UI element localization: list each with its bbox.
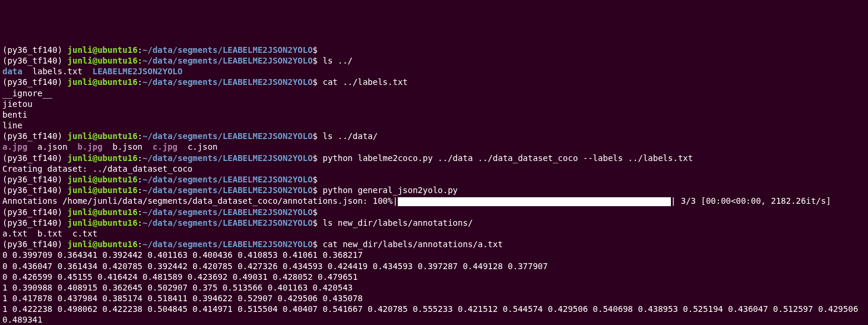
env-label: (py36_tf140) <box>2 185 68 195</box>
cwd-path: ~/data/segments/LEABELME2JSON2YOLO <box>142 175 313 184</box>
terminal-line: (py36_tf140) junli@ubuntu16:~/data/segme… <box>2 153 866 163</box>
env-label: (py36_tf140) <box>2 207 68 217</box>
terminal-line: (py36_tf140) junli@ubuntu16:~/data/segme… <box>2 239 866 250</box>
output-line: 1 0.422238 0.498062 0.422238 0.504845 0.… <box>2 304 866 325</box>
output-line: 0 0.436047 0.361434 0.420785 0.392442 0.… <box>2 261 866 272</box>
output-line: __ignore__ <box>2 88 866 99</box>
output-line: line <box>2 120 866 131</box>
user-host: junli@ubuntu16 <box>68 175 138 184</box>
user-host: junli@ubuntu16 <box>68 153 138 163</box>
cwd-path: ~/data/segments/LEABELME2JSON2YOLO <box>142 153 313 163</box>
command-text: python general_json2yolo.py <box>322 185 458 195</box>
terminal-line: (py36_tf140) junli@ubuntu16:~/data/segme… <box>2 185 866 195</box>
env-label: (py36_tf140) <box>2 56 68 65</box>
cwd-path: ~/data/segments/LEABELME2JSON2YOLO <box>142 56 313 65</box>
user-host: junli@ubuntu16 <box>68 56 138 65</box>
env-label: (py36_tf140) <box>2 153 68 163</box>
command-text: ls ../data/ <box>322 131 378 141</box>
output-line: Creating dataset: ../data_dataset_coco <box>2 163 866 174</box>
env-label: (py36_tf140) <box>2 45 68 55</box>
command-text: cat new_dir/labels/annotations/a.txt <box>322 239 502 249</box>
user-host: junli@ubuntu16 <box>68 45 138 55</box>
cwd-path: ~/data/segments/LEABELME2JSON2YOLO <box>142 45 313 55</box>
output-line: 1 0.417878 0.437984 0.385174 0.518411 0.… <box>2 293 866 304</box>
terminal-line: (py36_tf140) junli@ubuntu16:~/data/segme… <box>2 55 866 66</box>
terminal-output[interactable]: (py36_tf140) junli@ubuntu16:~/data/segme… <box>2 45 866 325</box>
output-line: a.jpg a.json b.jpg b.json c.jpg c.json <box>2 141 866 152</box>
env-label: (py36_tf140) <box>2 239 68 249</box>
terminal-line: (py36_tf140) junli@ubuntu16:~/data/segme… <box>2 45 866 55</box>
output-line: a.txt b.txt c.txt <box>2 228 866 239</box>
progress-line: Annotations /home/junli/data/segments/da… <box>2 195 866 206</box>
output-line: benti <box>2 109 866 120</box>
cwd-path: ~/data/segments/LEABELME2JSON2YOLO <box>142 207 313 217</box>
cwd-path: ~/data/segments/LEABELME2JSON2YOLO <box>142 77 313 87</box>
terminal-line: (py36_tf140) junli@ubuntu16:~/data/segme… <box>2 207 866 217</box>
command-text: cat ../labels.txt <box>322 77 407 87</box>
cwd-path: ~/data/segments/LEABELME2JSON2YOLO <box>142 131 313 141</box>
cwd-path: ~/data/segments/LEABELME2JSON2YOLO <box>142 218 313 228</box>
output-line: 0 0.426599 0.45155 0.416424 0.481589 0.4… <box>2 272 866 282</box>
env-label: (py36_tf140) <box>2 175 68 184</box>
env-label: (py36_tf140) <box>2 77 68 87</box>
command-text: python labelme2coco.py ../data ../data_d… <box>322 153 693 163</box>
terminal-line: (py36_tf140) junli@ubuntu16:~/data/segme… <box>2 131 866 141</box>
terminal-line: (py36_tf140) junli@ubuntu16:~/data/segme… <box>2 217 866 228</box>
output-line: 0 0.399709 0.364341 0.392442 0.401163 0.… <box>2 250 866 260</box>
env-label: (py36_tf140) <box>2 218 68 228</box>
user-host: junli@ubuntu16 <box>68 239 138 249</box>
output-line: data labels.txt LEABELME2JSON2YOLO <box>2 66 866 77</box>
command-text: ls new_dir/labels/annotations/ <box>322 218 473 228</box>
env-label: (py36_tf140) <box>2 131 68 141</box>
user-host: junli@ubuntu16 <box>68 185 138 195</box>
cwd-path: ~/data/segments/LEABELME2JSON2YOLO <box>142 185 313 195</box>
user-host: junli@ubuntu16 <box>68 218 138 228</box>
terminal-line: (py36_tf140) junli@ubuntu16:~/data/segme… <box>2 77 866 87</box>
output-line: jietou <box>2 99 866 109</box>
command-text: ls ../ <box>322 56 353 65</box>
cwd-path: ~/data/segments/LEABELME2JSON2YOLO <box>142 239 313 249</box>
user-host: junli@ubuntu16 <box>68 207 138 217</box>
terminal-line: (py36_tf140) junli@ubuntu16:~/data/segme… <box>2 174 866 185</box>
progress-bar <box>398 197 671 206</box>
user-host: junli@ubuntu16 <box>68 77 138 87</box>
user-host: junli@ubuntu16 <box>68 131 138 141</box>
output-line: 1 0.390988 0.408915 0.362645 0.502907 0.… <box>2 282 866 293</box>
